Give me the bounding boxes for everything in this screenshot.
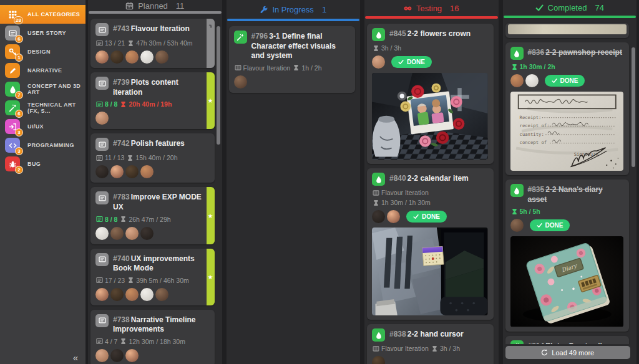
star-icon: ★ — [208, 97, 213, 104]
time-logged: 1h 30m / 2h — [511, 63, 555, 70]
task-card-783[interactable]: ★ #783Improve EXP MODE UX 8 / 8 26h 47m … — [90, 187, 215, 244]
droplet-icon — [510, 184, 524, 197]
task-id: #743 — [113, 24, 130, 33]
column-header-planned: Planned 11 — [88, 0, 222, 11]
scrollbar-thumb[interactable] — [632, 47, 635, 167]
task-title: 2-2 flowers crown — [407, 29, 471, 38]
assignee-avatars — [95, 112, 202, 125]
task-card-739[interactable]: ★ #739Plots content iteration 8 / 8 20h … — [90, 72, 215, 129]
starred-strip[interactable]: ★ — [207, 249, 215, 305]
star-icon: ★ — [208, 213, 213, 219]
task-card-796[interactable]: #7963-1 Define final Character effect vi… — [229, 26, 356, 93]
check-icon — [537, 223, 542, 228]
status-badge-done: DONE — [406, 211, 447, 223]
sidebar-item-concept-3d-art[interactable]: 7 CONCEPT AND 3D ART — [0, 80, 85, 98]
sidebar-item-bug[interactable]: 2 BUG — [0, 155, 85, 173]
checklist-progress: 11 / 13 — [96, 154, 124, 161]
droplet-icon — [372, 173, 385, 186]
sidebar-item-design[interactable]: 1 DESIGN — [0, 42, 85, 61]
task-card-partial[interactable] — [505, 23, 630, 38]
wand-icon — [234, 31, 247, 44]
task-card-840[interactable]: #8402-2 calendar item Flavour Iteration … — [367, 168, 494, 320]
flowers-crown-screenshot[interactable] — [372, 73, 488, 160]
task-card-835[interactable]: #8352-2 Nana's diary asset 5h / 5h DONE — [505, 180, 630, 331]
sidebar-item-narrative[interactable]: NARRATIVE — [0, 61, 85, 80]
receipt-line-label: cuantity: — [519, 132, 544, 137]
task-id: #835 — [528, 185, 545, 194]
sidebar-item-label: CONCEPT AND 3D ART — [27, 83, 85, 95]
sidebar-item-uiux[interactable]: 3 UI/UX — [0, 117, 85, 136]
column-count: 1 — [322, 5, 326, 14]
avatar — [95, 227, 109, 240]
assignee-avatars — [95, 50, 202, 64]
task-title: Polish features — [131, 139, 185, 148]
status-badge-done: DONE — [545, 75, 585, 87]
subtasks-strip[interactable] — [207, 19, 215, 68]
task-id: #738 — [113, 315, 130, 324]
sidebar-item-label: USER STORY — [27, 30, 66, 36]
hourglass-icon — [120, 216, 127, 223]
column-count: 74 — [595, 3, 603, 12]
avatar — [110, 50, 124, 64]
sidebar-item-label: NARRATIVE — [27, 67, 62, 74]
receipt-line-label: Receipt: — [519, 115, 541, 120]
sidebar-item-label: ALL CATEGORIES — [27, 11, 80, 17]
avatar — [125, 50, 139, 64]
collapse-sidebar-button[interactable]: « — [73, 352, 78, 363]
hourglass-icon — [511, 208, 518, 215]
kanban-board: Planned 11 #743Flavour Iteration 13 / 21… — [85, 0, 639, 364]
pawnshop-receipt-image[interactable]: Receipt: receipt of: cuantity: concept o… — [510, 92, 624, 171]
column-header-testing: Testing 16 — [364, 0, 499, 16]
check-icon — [413, 214, 419, 219]
task-card-742[interactable]: #742Polish features 11 / 13 15h 40m / 20… — [90, 133, 215, 183]
sidebar-item-technical-art[interactable]: 6 TECHNICAL ART (FX, S... — [0, 98, 85, 117]
scrollbar-thumb[interactable] — [217, 26, 220, 145]
avatar — [387, 210, 400, 223]
sidebar-item-label: PROGRAMMING — [27, 142, 74, 148]
hourglass-icon — [373, 199, 379, 206]
avatar — [510, 219, 524, 232]
checklist-progress: 17 / 23 — [96, 277, 125, 284]
status-badge-done: DONE — [391, 56, 432, 68]
calendar-item-screenshot[interactable] — [372, 228, 488, 315]
task-card-743[interactable]: #743Flavour Iteration 13 / 21 47h 30m / … — [90, 19, 215, 68]
task-card-836[interactable]: #8362-2 pawnshop receipt 1h 30m / 2h DON… — [505, 42, 630, 175]
hourglass-icon — [127, 40, 134, 47]
task-card-738[interactable]: #738Narrative Timeline Improvements 4 / … — [90, 310, 215, 364]
status-badge-done: DONE — [530, 219, 570, 231]
assignee-avatars — [95, 227, 202, 240]
starred-strip[interactable]: ★ — [207, 72, 215, 129]
assignee-avatars: DONE — [372, 55, 488, 69]
checklist-progress: 4 / 7 — [96, 338, 117, 345]
time-logged-overdue: 20h 40m / 19h — [120, 100, 172, 108]
load-more-button[interactable]: Load 49 more — [505, 346, 631, 359]
hourglass-icon — [120, 101, 127, 108]
task-id: #742 — [113, 139, 130, 148]
column-completed: Completed 74 #8362-2 pawnshop receipt 1h… — [503, 0, 637, 364]
avatar — [110, 349, 124, 362]
diary-asset-image[interactable]: Diary — [510, 236, 624, 327]
task-title: Flavour Iteration — [131, 24, 190, 33]
time-logged: 1h 30m / 1h 30m — [373, 199, 431, 206]
task-title: 2-2 pawnshop receipt — [545, 48, 622, 57]
sidebar-item-user-story[interactable]: 6 USER STORY — [0, 24, 85, 42]
task-card-740[interactable]: ★ #740UX improvements Book Mode 17 / 23 … — [90, 249, 215, 305]
column-count: 11 — [176, 1, 185, 11]
hourglass-icon — [373, 45, 379, 52]
story-card-icon — [95, 191, 109, 204]
starred-strip[interactable]: ★ — [207, 187, 215, 244]
avatar — [125, 349, 139, 362]
checklist-icon — [96, 101, 103, 108]
task-title: 2-2 hand cursor — [407, 330, 464, 338]
star-icon: ★ — [208, 274, 213, 280]
checklist-progress: 13 / 21 — [96, 39, 125, 47]
story-card-icon — [95, 314, 109, 327]
sidebar-item-all-categories[interactable]: 28 ALL CATEGORIES — [0, 5, 85, 24]
task-card-838[interactable]: #8382-2 hand cursor Flavour Iteration 3h… — [367, 324, 494, 364]
task-card-845[interactable]: #8452-2 flowers crown 3h / 3h DONE — [367, 24, 494, 164]
task-card-814[interactable]: #814Plots: Create all necessary assets U… — [505, 336, 630, 344]
avatar — [510, 74, 524, 87]
task-id: #838 — [389, 330, 406, 338]
sidebar-item-programming[interactable]: 3 PROGRAMMING — [0, 136, 85, 155]
assignee-avatars: DONE — [510, 219, 624, 232]
